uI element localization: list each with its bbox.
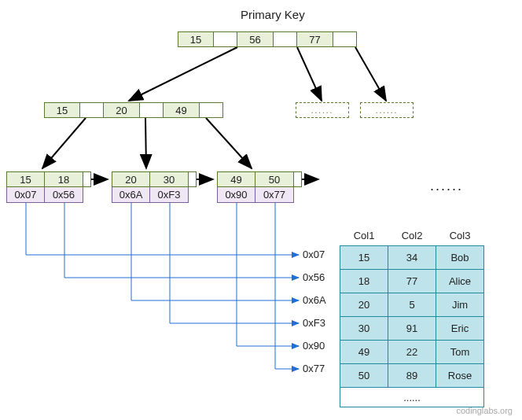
leaf-addr: 0x6A: [112, 187, 150, 203]
cell: 15: [340, 246, 388, 270]
row-address: 0x56: [303, 271, 325, 283]
leaf-addr: 0x56: [45, 187, 83, 203]
table-row: 205Jim: [340, 293, 484, 317]
svg-line-0: [129, 47, 237, 101]
leaf-addr: 0x07: [6, 187, 45, 203]
cell: 34: [388, 246, 436, 270]
row-address: 0x07: [303, 249, 325, 260]
internal-ptr: [140, 102, 164, 118]
internal-key: 15: [44, 102, 80, 118]
leaf-addr: 0xF3: [150, 187, 189, 203]
svg-line-5: [206, 118, 252, 168]
row-address: 0xF3: [303, 317, 325, 329]
cell: 22: [388, 341, 436, 364]
root-ptr: [274, 31, 297, 47]
cell: 50: [340, 364, 388, 388]
cell: 30: [340, 317, 388, 341]
leaf-key: 49: [217, 171, 255, 187]
leaf-key: 15: [6, 171, 45, 187]
leaf-next-ptr: [189, 171, 197, 187]
column-header: Col1: [340, 225, 388, 246]
leaf-key: 20: [112, 171, 150, 187]
leaf-next-ptr: [294, 171, 302, 187]
cell: Eric: [436, 317, 484, 341]
cell: Bob: [436, 246, 484, 270]
leaf-key: 30: [150, 171, 189, 187]
root-node: 15 56 77: [178, 31, 357, 47]
table-row: 4922Tom: [340, 341, 484, 364]
cell: 20: [340, 293, 388, 317]
column-header: Col2: [388, 225, 436, 246]
table-row: 1534Bob: [340, 246, 484, 270]
row-address: 0x6A: [303, 294, 326, 306]
internal-ptr: [80, 102, 104, 118]
cell: ......: [340, 388, 484, 407]
cell: 49: [340, 341, 388, 364]
row-address: 0x90: [303, 340, 325, 352]
svg-line-4: [145, 118, 146, 168]
data-table: Col1 Col2 Col3 1534Bob 1877Alice 205Jim …: [340, 225, 484, 407]
cell: Tom: [436, 341, 484, 364]
cell: 18: [340, 270, 388, 293]
internal-key: 49: [164, 102, 200, 118]
internal-ptr: [200, 102, 223, 118]
svg-line-3: [42, 118, 86, 168]
cell: Alice: [436, 270, 484, 293]
leaf-next-ptr: [83, 171, 91, 187]
root-key: 77: [297, 31, 333, 47]
leaf-node: 15 18 0x07 0x56: [6, 171, 91, 203]
row-address: 0x77: [303, 363, 325, 374]
internal-node: 15 20 49: [44, 102, 223, 118]
cell: 5: [388, 293, 436, 317]
leaf-key: 18: [45, 171, 83, 187]
table-row: 5089Rose: [340, 364, 484, 388]
leaf-key: 50: [255, 171, 294, 187]
diagram-title: Primary Key: [241, 8, 305, 21]
leaf-node: 49 50 0x90 0x77: [217, 171, 302, 203]
table-row: 1877Alice: [340, 270, 484, 293]
root-key: 15: [178, 31, 214, 47]
leaf-node: 20 30 0x6A 0xF3: [112, 171, 197, 203]
cell: 89: [388, 364, 436, 388]
leaf-addr: 0x90: [217, 187, 255, 203]
column-header: Col3: [436, 225, 484, 246]
root-ptr: [333, 31, 357, 47]
table-row: 3091Eric: [340, 317, 484, 341]
root-ptr: [214, 31, 237, 47]
internal-node-placeholder: ......: [360, 102, 414, 118]
source-label: codinglabs.org: [456, 406, 513, 415]
table-row-rest: ......: [340, 388, 484, 407]
cell: 77: [388, 270, 436, 293]
root-key: 56: [237, 31, 274, 47]
svg-line-2: [355, 47, 386, 101]
cell: Rose: [436, 364, 484, 388]
leaf-addr: 0x77: [255, 187, 294, 203]
cell: 91: [388, 317, 436, 341]
svg-line-1: [297, 47, 322, 101]
internal-key: 20: [104, 102, 140, 118]
ellipsis: ......: [430, 178, 463, 194]
internal-node-placeholder: ......: [296, 102, 349, 118]
cell: Jim: [436, 293, 484, 317]
